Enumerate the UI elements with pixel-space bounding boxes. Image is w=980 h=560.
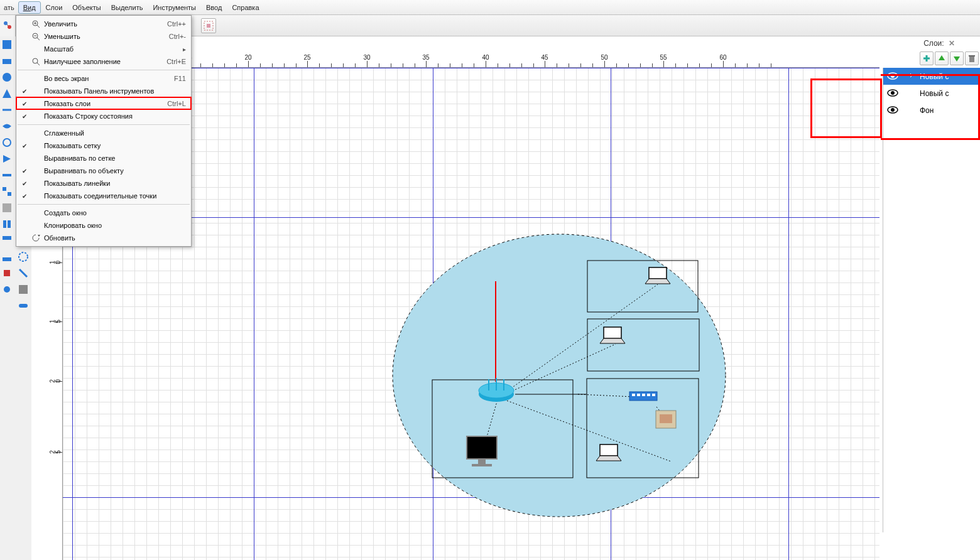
layers-title: Слои: ✕ xyxy=(923,39,955,48)
tool-1[interactable] xyxy=(0,54,14,68)
tool-7[interactable] xyxy=(0,119,14,133)
tool-28[interactable] xyxy=(16,299,30,313)
tool-27[interactable] xyxy=(0,283,14,296)
layer-up-icon[interactable] xyxy=(935,51,949,65)
menu-item-1[interactable]: УменьшитьCtrl+- xyxy=(16,30,191,43)
svg-point-46 xyxy=(19,252,28,261)
tool-11[interactable] xyxy=(0,152,14,166)
svg-point-86 xyxy=(33,58,38,63)
layers-close-icon[interactable]: ✕ xyxy=(949,39,955,48)
svg-rect-77 xyxy=(600,444,618,456)
svg-rect-62 xyxy=(467,436,497,459)
menu-item-19[interactable]: Обновить xyxy=(16,232,191,244)
menu-item-17[interactable]: Создать окно xyxy=(16,207,191,219)
menu-item-3[interactable]: Наилучшее заполнениеCtrl+E xyxy=(16,55,191,68)
tool-22[interactable] xyxy=(16,250,30,264)
menu-item-0[interactable]: УвеличитьCtrl++ xyxy=(16,18,191,30)
svg-line-87 xyxy=(37,63,40,65)
svg-rect-33 xyxy=(3,236,11,240)
tool-26[interactable] xyxy=(16,283,30,296)
svg-rect-68 xyxy=(642,394,645,396)
menu-separator xyxy=(18,124,190,125)
menu-layers[interactable]: Слои xyxy=(41,1,68,14)
laptop-icon xyxy=(645,267,670,284)
svg-rect-27 xyxy=(3,174,11,176)
svg-rect-69 xyxy=(647,394,650,396)
svg-marker-74 xyxy=(645,279,670,284)
svg-rect-73 xyxy=(649,267,667,279)
svg-rect-9 xyxy=(969,57,974,62)
svg-rect-72 xyxy=(660,414,672,423)
menu-separator xyxy=(18,204,190,205)
svg-rect-4 xyxy=(207,24,210,28)
tool-25[interactable] xyxy=(0,266,14,280)
menu-item-8[interactable]: ✔Показать Строку состояния xyxy=(16,110,191,122)
menu-item-10[interactable]: Сглаженный xyxy=(16,127,191,139)
menu-item-14[interactable]: ✔Показывать линейки xyxy=(16,177,191,190)
svg-point-25 xyxy=(3,139,11,146)
menu-objects[interactable]: Объекты xyxy=(67,1,106,14)
svg-rect-30 xyxy=(3,203,11,212)
laptop-icon xyxy=(600,327,625,343)
svg-rect-48 xyxy=(19,285,28,294)
svg-rect-63 xyxy=(478,459,486,464)
tool-21[interactable] xyxy=(0,234,14,247)
menu-item-18[interactable]: Клонировать окно xyxy=(16,219,191,232)
tool-2[interactable] xyxy=(0,70,14,84)
toolbar-partial-icon[interactable] xyxy=(0,15,16,36)
svg-marker-76 xyxy=(600,338,625,343)
delete-layer-icon[interactable] xyxy=(965,51,979,65)
menu-tools[interactable]: Инструменты xyxy=(148,1,201,14)
svg-marker-23 xyxy=(3,89,11,98)
annotation-highlight-left xyxy=(810,78,882,138)
switch-icon xyxy=(629,392,657,401)
menu-input[interactable]: Ввод xyxy=(201,1,227,14)
svg-rect-75 xyxy=(604,327,621,338)
tool-23[interactable] xyxy=(0,250,14,264)
tool-0[interactable] xyxy=(0,38,14,51)
add-layer-icon[interactable] xyxy=(920,51,934,65)
svg-rect-29 xyxy=(8,192,11,196)
menu-item-7[interactable]: ✔Показать слоиCtrl+L xyxy=(16,97,191,110)
svg-marker-26 xyxy=(3,155,11,163)
svg-rect-49 xyxy=(19,304,28,308)
svg-rect-34 xyxy=(3,257,11,261)
svg-marker-7 xyxy=(939,55,945,60)
menu-item-12[interactable]: Выравнивать по сетке xyxy=(16,152,191,164)
tool-9[interactable] xyxy=(0,136,14,149)
menu-item-2[interactable]: Масштаб▸ xyxy=(16,43,191,55)
annotation-highlight-right xyxy=(881,74,980,140)
menu-separator xyxy=(18,70,190,70)
layer-down-icon[interactable] xyxy=(950,51,964,65)
cloud-shape xyxy=(393,234,726,517)
menu-item-5[interactable]: Во весь экранF11 xyxy=(16,72,191,85)
select-all-icon[interactable] xyxy=(201,18,216,33)
svg-line-2 xyxy=(7,24,8,26)
menu-item-6[interactable]: ✔Показывать Панель инструментов xyxy=(16,85,191,97)
menu-item-13[interactable]: ✔Выравнивать по объекту xyxy=(16,164,191,177)
menubar-partial: ать xyxy=(0,1,18,14)
svg-rect-31 xyxy=(3,220,6,228)
svg-rect-66 xyxy=(632,394,635,396)
svg-rect-67 xyxy=(637,394,640,396)
tool-15[interactable] xyxy=(0,185,14,198)
layer-buttons xyxy=(920,51,980,67)
svg-point-36 xyxy=(4,286,10,293)
tool-24[interactable] xyxy=(16,266,30,280)
menu-item-11[interactable]: ✔Показывать сетку xyxy=(16,139,191,152)
menu-view[interactable]: Вид xyxy=(18,1,41,14)
tool-3[interactable] xyxy=(0,87,14,100)
menu-help[interactable]: Справка xyxy=(227,1,264,14)
svg-line-80 xyxy=(37,25,40,28)
menu-item-15[interactable]: ✔Показывать соединительные точки xyxy=(16,190,191,202)
menu-select[interactable]: Выделить xyxy=(106,1,148,14)
svg-point-22 xyxy=(3,73,11,82)
svg-rect-20 xyxy=(3,40,11,49)
tool-13[interactable] xyxy=(0,168,14,182)
tool-19[interactable] xyxy=(0,217,14,231)
tool-5[interactable] xyxy=(0,103,14,117)
svg-marker-78 xyxy=(596,456,621,461)
server-icon xyxy=(656,411,676,428)
svg-marker-8 xyxy=(954,57,960,62)
tool-17[interactable] xyxy=(0,201,14,215)
